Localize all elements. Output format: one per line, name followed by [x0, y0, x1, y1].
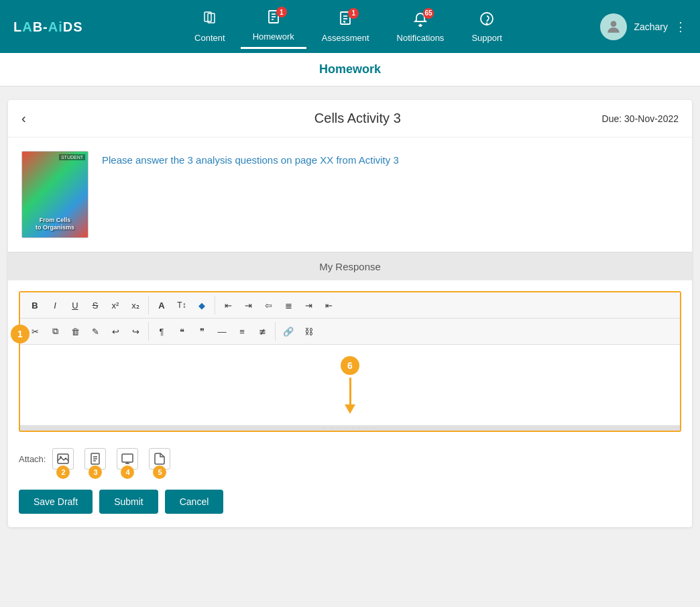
- paragraph-button[interactable]: ¶: [152, 322, 171, 341]
- svg-point-11: [487, 23, 487, 23]
- attach-row: Attach: 2 3 4 5: [8, 443, 692, 476]
- notifications-badge: 65: [423, 8, 434, 19]
- save-draft-button[interactable]: Save Draft: [19, 490, 93, 514]
- nav-right: Zachary ⋮: [600, 13, 687, 40]
- delete-button[interactable]: 🗑: [66, 322, 84, 341]
- arrow-indicator: 6: [341, 356, 359, 414]
- attach-doc-badge: 3: [89, 465, 102, 479]
- avatar[interactable]: [600, 13, 627, 40]
- more-menu-icon[interactable]: ⋮: [675, 19, 687, 34]
- font-color-button[interactable]: A: [152, 296, 171, 315]
- back-button[interactable]: ‹: [21, 111, 26, 126]
- indent-button[interactable]: ⇥: [299, 296, 318, 315]
- nav-item-notifications[interactable]: 65 Notifications: [385, 5, 457, 48]
- assessment-badge: 1: [348, 8, 359, 19]
- unlink-button[interactable]: ⛓: [299, 322, 318, 341]
- rich-text-editor[interactable]: B I U S x² x₂ A T↕ ◆ ⇤ ⇥ ⇦ ≣ ⇥ ⇤ ✂: [19, 291, 681, 432]
- nav-label-content: Content: [194, 33, 225, 43]
- close-quote-button[interactable]: ❞: [192, 322, 211, 341]
- activity-body: STUDENT From Cellsto Organisms Please an…: [8, 137, 692, 252]
- toolbar-sep-4: [275, 322, 276, 341]
- bullet-list-button[interactable]: ≡: [233, 322, 251, 341]
- assessment-icon: 1: [337, 11, 353, 31]
- attach-screen-badge: 4: [121, 465, 134, 479]
- nav-label-assessment: Assessment: [322, 33, 369, 43]
- nav-item-support[interactable]: Support: [459, 5, 514, 48]
- book-cover: STUDENT From Cellsto Organisms: [21, 151, 89, 238]
- nav-label-notifications: Notifications: [397, 33, 445, 43]
- attach-screen-wrapper: 4: [117, 448, 138, 470]
- logo: LAB-AiDS: [13, 18, 83, 36]
- outdent-button[interactable]: ⇤: [319, 296, 338, 315]
- activity-header: ‹ Cells Activity 3 Due: 30-Nov-2022: [8, 100, 692, 137]
- eraser-button[interactable]: ✎: [86, 322, 105, 341]
- homework-badge: 1: [276, 7, 287, 17]
- nav-label-support: Support: [471, 33, 502, 43]
- nav-item-homework[interactable]: 1 Homework: [241, 4, 306, 49]
- editor-resize-handle[interactable]: · · · · · · · ·: [20, 425, 680, 431]
- toolbar-row-2: ✂ ⧉ 🗑 ✎ ↩ ↪ ¶ ❝ ❞ — ≡ ≢ 🔗 ⛓: [20, 319, 680, 345]
- hr-button[interactable]: —: [213, 322, 231, 341]
- font-size-button[interactable]: T↕: [172, 296, 191, 315]
- toolbar-sep-3: [148, 322, 149, 341]
- arrow-head: [345, 404, 355, 414]
- strikethrough-button[interactable]: S: [86, 296, 105, 315]
- editor-container: 1 B I U S x² x₂ A T↕ ◆ ⇤ ⇥ ⇦ ≣ ⇥: [8, 291, 692, 432]
- toolbar-sep-2: [215, 296, 215, 315]
- editor-area[interactable]: 6: [20, 345, 680, 425]
- align-left-button[interactable]: ⇤: [219, 296, 237, 315]
- support-icon: [479, 11, 495, 31]
- justify-button[interactable]: ≣: [279, 296, 298, 315]
- action-buttons: Save Draft Submit Cancel: [8, 476, 692, 527]
- username: Zachary: [634, 21, 668, 32]
- subscript-button[interactable]: x₂: [126, 296, 145, 315]
- activity-description: Please answer the 3 analysis questions o…: [102, 151, 399, 166]
- page-header: Homework: [0, 53, 700, 87]
- arrow-line: [349, 378, 351, 404]
- main-content: ‹ Cells Activity 3 Due: 30-Nov-2022 STUD…: [8, 100, 692, 527]
- bell-icon: 65: [412, 11, 428, 31]
- navbar: LAB-AiDS Content 1 Homework 1 Assessment: [0, 0, 700, 53]
- align-right-button[interactable]: ⇦: [259, 296, 278, 315]
- cancel-button[interactable]: Cancel: [165, 490, 224, 514]
- my-response-header: My Response: [8, 252, 692, 280]
- attach-image-wrapper: 2: [52, 448, 74, 470]
- svg-rect-19: [122, 454, 133, 462]
- my-response-label: My Response: [319, 261, 381, 272]
- activity-title: Cells Activity 3: [37, 111, 679, 126]
- nav-label-homework: Homework: [253, 32, 294, 42]
- nav-item-content[interactable]: Content: [182, 5, 237, 48]
- open-quote-button[interactable]: ❝: [172, 322, 191, 341]
- superscript-button[interactable]: x²: [106, 296, 125, 315]
- copy-button[interactable]: ⧉: [46, 322, 64, 341]
- underline-button[interactable]: U: [66, 296, 84, 315]
- book-title: From Cellsto Organisms: [36, 217, 74, 232]
- italic-button[interactable]: I: [46, 296, 64, 315]
- due-date: Due: 30-Nov-2022: [602, 113, 679, 124]
- nav-items: Content 1 Homework 1 Assessment 65 Notif…: [103, 4, 594, 49]
- attach-file-wrapper: 5: [149, 448, 170, 470]
- attach-doc-wrapper: 3: [84, 448, 106, 470]
- ordered-list-button[interactable]: ≢: [253, 322, 272, 341]
- toolbar-row-1: B I U S x² x₂ A T↕ ◆ ⇤ ⇥ ⇦ ≣ ⇥ ⇤: [20, 292, 680, 319]
- book-student-label: STUDENT: [59, 154, 85, 160]
- svg-point-12: [611, 21, 617, 27]
- attach-image-badge: 2: [56, 465, 70, 479]
- resize-dots: · · · · · · · ·: [324, 425, 376, 431]
- nav-item-assessment[interactable]: 1 Assessment: [310, 5, 382, 48]
- bold-button[interactable]: B: [25, 296, 44, 315]
- page-title: Homework: [319, 62, 381, 76]
- submit-button[interactable]: Submit: [99, 490, 158, 514]
- step-badge-1: 1: [11, 325, 30, 343]
- link-button[interactable]: 🔗: [279, 322, 298, 341]
- attach-file-badge: 5: [153, 465, 166, 479]
- content-icon: [202, 11, 218, 31]
- attach-label: Attach:: [19, 454, 46, 464]
- redo-button[interactable]: ↪: [126, 322, 145, 341]
- align-center-button[interactable]: ⇥: [239, 296, 257, 315]
- homework-icon: 1: [266, 9, 282, 30]
- highlight-button[interactable]: ◆: [192, 296, 211, 315]
- step-badge-6: 6: [341, 356, 359, 375]
- toolbar-sep-1: [148, 296, 149, 315]
- undo-button[interactable]: ↩: [106, 322, 125, 341]
